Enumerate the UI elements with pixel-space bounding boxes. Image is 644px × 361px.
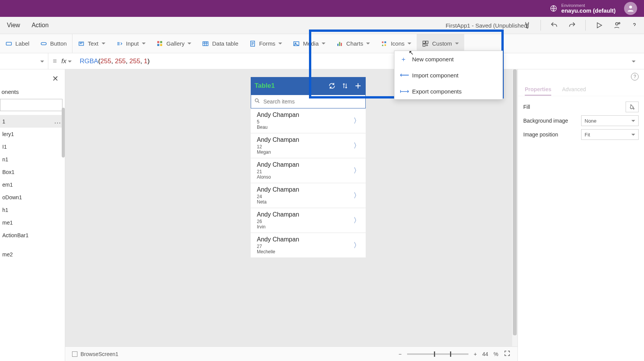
tab-advanced[interactable]: Advanced — [562, 84, 586, 96]
menu-action[interactable]: Action — [31, 22, 48, 29]
ribbon-charts[interactable]: Charts — [331, 34, 375, 53]
formula-expand[interactable] — [632, 58, 636, 65]
scrollbar[interactable] — [62, 108, 65, 158]
app-title: Table1 — [255, 82, 275, 90]
globe-icon — [550, 5, 557, 12]
scrollbar[interactable] — [512, 69, 518, 346]
svg-point-24 — [255, 99, 258, 102]
svg-rect-23 — [423, 44, 426, 46]
zoom-pct: % — [494, 351, 498, 357]
chevron-right-icon: 〉 — [353, 141, 360, 150]
zoom-out[interactable]: − — [399, 351, 402, 357]
ribbon-media[interactable]: Media — [288, 34, 331, 53]
user-avatar[interactable] — [624, 2, 637, 15]
app-checker-icon[interactable] — [523, 21, 531, 30]
import-icon: ⟵ — [400, 71, 407, 79]
svg-rect-15 — [337, 44, 338, 46]
svg-point-20 — [384, 44, 386, 46]
formula-input[interactable]: RGBA(255, 255, 255, 1) — [77, 57, 150, 65]
environment-block[interactable]: Environment enayu.com (default) — [550, 3, 616, 14]
tree-node[interactable]: lery1 — [0, 128, 65, 140]
app-header: Table1 — [251, 77, 366, 95]
zoom-value: 44 — [482, 351, 488, 357]
svg-point-18 — [382, 41, 384, 43]
environment-value: enayu.com (default) — [561, 8, 616, 14]
tree-node[interactable]: Box1 — [0, 166, 65, 178]
menu-view[interactable]: View — [7, 22, 20, 29]
ribbon-input[interactable]: Input — [111, 34, 151, 53]
prop-bgimage-label: Background image — [523, 118, 581, 124]
tab-properties[interactable]: Properties — [525, 84, 551, 96]
prop-fill-label: Fill — [523, 104, 626, 110]
list-item[interactable]: Andy Champan21Alonso〉 — [251, 158, 366, 183]
ribbon-text[interactable]: Text — [72, 34, 111, 53]
share-icon[interactable] — [613, 21, 621, 30]
ribbon-label[interactable]: Label — [0, 34, 35, 53]
tree-node[interactable]: n1 — [0, 153, 65, 166]
divider — [585, 20, 586, 31]
svg-rect-21 — [423, 41, 426, 43]
add-icon[interactable] — [354, 82, 362, 90]
svg-point-3 — [619, 23, 620, 24]
zoom-slider[interactable] — [407, 353, 468, 355]
svg-rect-8 — [160, 41, 162, 43]
button-icon — [40, 40, 47, 47]
prop-imgpos-label: Image position — [523, 131, 581, 138]
tree-node[interactable] — [0, 241, 65, 248]
list-item[interactable]: Andy Champan26Irvin〉 — [251, 208, 366, 233]
redo-icon[interactable] — [568, 21, 576, 30]
mouse-cursor: ↖ — [409, 49, 414, 56]
refresh-icon[interactable] — [328, 82, 336, 90]
ribbon-gallery[interactable]: Gallery — [151, 34, 197, 53]
menu-import-component[interactable]: ⟵ Import component — [394, 67, 503, 83]
list-item[interactable]: Andy Champan12Megan〉 — [251, 133, 366, 158]
tree-node[interactable]: me1 — [0, 216, 65, 229]
tree-node[interactable]: me2 — [0, 248, 65, 261]
list-item[interactable]: Andy Champan27Mechelle〉 — [251, 233, 366, 258]
ribbon-datatable[interactable]: Data table — [197, 34, 243, 53]
help-icon[interactable] — [630, 21, 639, 30]
search-box[interactable] — [251, 95, 366, 108]
label-icon — [5, 40, 12, 47]
chevron-right-icon: 〉 — [353, 241, 360, 250]
list-item[interactable]: Andy Champan5Beau〉 — [251, 108, 366, 133]
prop-bgimage-value[interactable]: None — [581, 115, 639, 126]
equals-sign: = — [48, 57, 61, 65]
tree-node[interactable]: I1 — [0, 140, 65, 153]
tree-node[interactable]: 1 — [0, 115, 65, 128]
play-icon[interactable] — [595, 21, 603, 30]
chevron-right-icon: 〉 — [353, 191, 360, 200]
gallery-list: Andy Champan5Beau〉Andy Champan12Megan〉An… — [251, 108, 366, 258]
ribbon-custom[interactable]: Custom — [417, 34, 464, 53]
tree-node[interactable]: ActionBar1 — [0, 229, 65, 241]
chevron-right-icon: 〉 — [353, 216, 360, 225]
tree-tab[interactable]: onents — [0, 88, 65, 99]
menu-right-icons — [523, 20, 639, 31]
undo-icon[interactable] — [550, 21, 559, 30]
ribbon-button[interactable]: Button — [35, 34, 72, 53]
prop-fill-value[interactable] — [626, 102, 639, 112]
search-input[interactable] — [263, 98, 362, 105]
prop-imgpos-value[interactable]: Fit — [581, 129, 639, 140]
fx-button[interactable]: fx — [61, 57, 77, 65]
tree-search[interactable] — [0, 99, 62, 111]
close-icon[interactable]: ✕ — [52, 74, 59, 83]
list-item[interactable]: Andy Champan24Neta〉 — [251, 183, 366, 208]
menu-export-components[interactable]: ⟼ Export components — [394, 83, 503, 99]
fit-icon[interactable] — [504, 350, 511, 358]
tree-node[interactable]: oDown1 — [0, 191, 65, 203]
svg-rect-17 — [341, 43, 342, 46]
screen-name[interactable]: BrowseScreen1 — [80, 351, 118, 357]
insert-ribbon: Label Button Text Input Gallery Data tab… — [0, 34, 644, 53]
property-dropdown[interactable] — [0, 53, 48, 69]
help-icon[interactable]: ? — [631, 73, 639, 80]
zoom-in[interactable]: + — [474, 351, 477, 357]
tree-node[interactable]: em1 — [0, 178, 65, 191]
svg-rect-10 — [160, 44, 162, 46]
ribbon-forms[interactable]: Forms — [244, 34, 288, 53]
sort-icon[interactable] — [341, 82, 349, 90]
tree-node[interactable]: h1 — [0, 203, 65, 216]
properties-panel: ? Properties Advanced Fill Background im… — [518, 69, 644, 361]
canvas[interactable]: Table1 Andy Champan5Beau〉Andy Champan12M… — [65, 69, 518, 361]
svg-point-1 — [629, 6, 632, 8]
